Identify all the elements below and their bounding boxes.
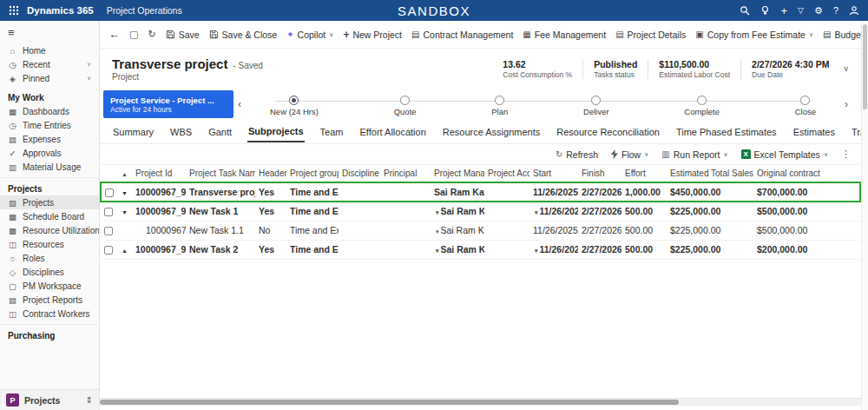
collapse-row-icon[interactable]: ▼	[122, 190, 128, 196]
grid-cell[interactable]	[101, 202, 118, 221]
grid-cell[interactable]: $225,000.00	[667, 221, 753, 240]
grid-toolbar-overflow-icon[interactable]: ⋮	[841, 149, 851, 160]
grid-cell[interactable]: Time and Exper	[286, 221, 339, 240]
grid-cell[interactable]: No	[255, 221, 286, 240]
filter-icon[interactable]: ▽	[798, 7, 804, 15]
grid-cell[interactable]	[380, 182, 431, 202]
tab-wbs[interactable]: WBS	[169, 122, 193, 142]
tab-effort-allocation[interactable]: Effort Allocation	[359, 122, 427, 142]
column-project-accountant[interactable]: Project Accountant	[484, 165, 529, 183]
sidebar-item-time-entries[interactable]: ◷Time Entries	[0, 118, 99, 132]
grid-cell[interactable]	[380, 202, 431, 221]
grid-cell[interactable]	[101, 240, 118, 259]
grid-cell[interactable]: Yes	[255, 240, 286, 259]
column-effort[interactable]: Effort	[621, 165, 667, 183]
grid-cell[interactable]	[339, 202, 380, 221]
row-checkbox[interactable]	[104, 208, 113, 216]
grid-cell[interactable]: $225,000.00	[667, 202, 753, 221]
save-button[interactable]: Save	[166, 30, 200, 40]
grid-cell[interactable]: Yes	[255, 182, 286, 202]
grid-cell[interactable]: ▾11/26/2026	[529, 240, 578, 259]
grid-cell[interactable]	[101, 182, 118, 202]
bpf-process-badge[interactable]: Project Service - Project ... Active for…	[103, 90, 233, 118]
row-checkbox[interactable]	[104, 227, 113, 235]
expand-row-icon[interactable]: ▲	[122, 248, 128, 254]
fee-management-button[interactable]: ▦ Fee Management	[523, 30, 606, 40]
grid-cell[interactable]	[380, 240, 431, 259]
grid-cell[interactable]: 10000967_9	[132, 240, 186, 259]
horizontal-scrollbar-thumb[interactable]	[100, 400, 679, 405]
search-icon[interactable]	[740, 5, 750, 16]
vertical-scrollbar-thumb[interactable]	[863, 24, 867, 109]
grid-cell[interactable]: 500.00	[621, 202, 667, 221]
tab-time-phased-estimates[interactable]: Time Phased Estimates	[675, 122, 778, 142]
sidebar-item-project-reports[interactable]: ▤Project Reports	[0, 293, 99, 307]
gear-icon[interactable]: ⚙	[814, 6, 823, 16]
grid-cell[interactable]	[484, 221, 529, 240]
grid-cell[interactable]	[484, 240, 529, 259]
grid-cell[interactable]: Time and Expe	[286, 202, 339, 221]
column-start[interactable]: Start	[529, 165, 578, 183]
area-switcher[interactable]: P Projects ⇕	[0, 389, 99, 410]
grid-cell[interactable]: Sai Ram Katrag	[431, 182, 484, 202]
grid-cell[interactable]: Time and Expe	[286, 240, 339, 259]
grid-cell[interactable]: $225,000.00	[667, 240, 753, 259]
grid-cell[interactable]: $200,000.00	[753, 240, 860, 259]
plus-icon[interactable]: +	[780, 5, 787, 17]
grid-cell[interactable]: 2/27/2026	[578, 182, 621, 202]
dropdown-caret-icon[interactable]: ▾	[535, 209, 538, 215]
lightbulb-icon[interactable]	[760, 5, 770, 16]
grid-cell[interactable]: 10000967_99	[132, 182, 186, 202]
sidebar-item-expenses[interactable]: ▤Expenses	[0, 132, 99, 146]
sidebar-item-resource-utilization[interactable]: ▩Resource Utilization	[0, 223, 99, 237]
grid-cell[interactable]: New Task 1	[186, 202, 255, 221]
grid-cell[interactable]: ▼	[118, 182, 132, 202]
bpf-stage-close[interactable]: Close	[795, 93, 816, 116]
budget-button[interactable]: ▤ Budget ∨	[823, 30, 861, 40]
grid-cell[interactable]: 10000967_9	[132, 221, 186, 240]
tab-subprojects[interactable]: Subprojects	[247, 121, 305, 142]
vertical-scrollbar[interactable]	[861, 21, 868, 410]
grid-cell[interactable]: 1,000.00	[621, 182, 667, 202]
tab-resource-reconciliation[interactable]: Resource Reconciliation	[556, 122, 661, 142]
header-expand-icon[interactable]: ∨	[843, 64, 849, 73]
dropdown-caret-icon[interactable]: ▾	[535, 248, 538, 254]
save-and-close-button[interactable]: Save & Close	[209, 30, 278, 40]
row-checkbox[interactable]	[105, 188, 114, 197]
tab-team[interactable]: Team	[319, 122, 345, 142]
table-row[interactable]: ▲ 10000967_9 New Task 2 Yes Time and Exp…	[101, 240, 860, 259]
hamburger-menu-icon[interactable]: ≡	[0, 21, 99, 43]
column-header[interactable]: Header	[255, 165, 286, 183]
grid-cell[interactable]: 11/26/2025	[529, 221, 578, 240]
grid-cell[interactable]: Time and Expe	[286, 182, 339, 202]
grid-cell[interactable]	[484, 182, 529, 202]
chevron-down-icon[interactable]: ∨	[87, 75, 91, 82]
sidebar-item-dashboards[interactable]: ▦Dashboards	[0, 104, 99, 118]
grid-cell[interactable]: 2/27/2026	[578, 240, 621, 259]
row-checkbox[interactable]	[104, 246, 113, 255]
bpf-next-icon[interactable]: ›	[840, 98, 852, 110]
collapse-row-icon[interactable]: ▼	[122, 209, 128, 215]
column-project-manager[interactable]: Project Manager	[431, 165, 484, 183]
expand-column[interactable]: ▲	[118, 165, 132, 183]
refresh-button[interactable]: ↻ Refresh	[556, 149, 598, 160]
sidebar-item-home[interactable]: ⌂ Home	[0, 43, 99, 57]
grid-cell[interactable]: 2/27/2026	[578, 202, 621, 221]
tab-resource-assignments[interactable]: Resource Assignments	[442, 122, 542, 142]
record-set-icon[interactable]: ▢	[129, 29, 138, 40]
sidebar-item-pm-workspace[interactable]: ▢PM Workspace	[0, 279, 99, 293]
grid-cell[interactable]: 500.00	[621, 240, 667, 259]
grid-cell[interactable]: Transverse project	[186, 182, 255, 202]
bpf-stage-new[interactable]: New (24 Hrs)	[270, 93, 319, 116]
help-icon[interactable]: ?	[833, 6, 838, 16]
column-project-task-name[interactable]: Project Task Name	[186, 165, 255, 183]
grid-cell[interactable]: 11/26/2025	[529, 182, 578, 202]
grid-cell[interactable]: $500,000.00	[753, 221, 860, 240]
grid-cell[interactable]	[380, 221, 431, 240]
grid-cell[interactable]	[101, 221, 118, 240]
sidebar-item-pinned[interactable]: ◈ Pinned ∨	[0, 71, 99, 85]
project-details-button[interactable]: ▤ Project Details	[615, 30, 686, 40]
grid-cell[interactable]: New Task 2	[186, 240, 255, 259]
column-finish[interactable]: Finish	[578, 165, 621, 183]
table-row[interactable]: ▼ 10000967_9 New Task 1 Yes Time and Exp…	[101, 202, 860, 221]
